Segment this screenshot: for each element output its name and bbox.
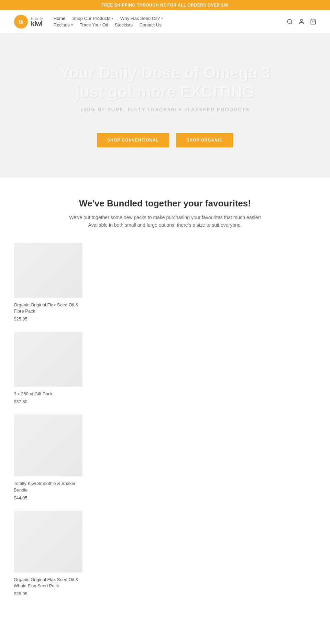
product-card[interactable]: 3 x 250ml Gift Pack $37.50: [14, 332, 82, 404]
product-image: [14, 415, 82, 476]
svg-point-2: [287, 19, 292, 23]
cart-button[interactable]: [310, 19, 316, 25]
hero-buttons: SHOP CONVENTIONAL SHOP ORGANIC: [97, 133, 233, 147]
cart-icon: [310, 19, 316, 25]
nav-recipes[interactable]: Recipes ▾: [54, 22, 73, 27]
product-price: $25.95: [14, 316, 82, 321]
product-image: [14, 332, 82, 387]
chevron-down-icon: ▾: [112, 16, 113, 20]
product-name: 3 x 250ml Gift Pack: [14, 391, 82, 397]
header-actions: [287, 19, 316, 25]
search-button[interactable]: [287, 19, 293, 25]
svg-line-3: [291, 23, 292, 24]
logo-link[interactable]: tk totally kiwi: [14, 14, 43, 29]
person-icon: [298, 19, 305, 25]
logo-icon: tk: [14, 14, 28, 29]
hero-title: Your Daily Dose of Omega 3 just got more…: [45, 64, 285, 101]
hero-subtitle: 100% NZ PURE, FULLY TRACEABLE FLAXSEED P…: [80, 107, 250, 112]
product-card[interactable]: Totally Kiwi Smoothie & Shaker Bundle $4…: [14, 415, 82, 500]
product-price: $44.95: [14, 495, 82, 500]
product-name: Totally Kiwi Smoothie & Shaker Bundle: [14, 481, 82, 493]
svg-text:tk: tk: [19, 19, 23, 25]
product-price: $37.50: [14, 399, 82, 404]
section-subtitle: We've put together some new packs to mak…: [62, 214, 268, 229]
section-title: We've Bundled together your favourites!: [14, 198, 316, 209]
nav-home[interactable]: Home: [54, 16, 66, 21]
nav-row-1: Home Shop Our Products ▾ Why Flax Seed O…: [54, 16, 163, 21]
shop-conventional-button[interactable]: SHOP CONVENTIONAL: [97, 133, 169, 147]
nav-contact[interactable]: Contact Us: [140, 22, 162, 27]
chevron-down-icon: ▾: [161, 16, 163, 20]
product-price: $25.95: [14, 591, 82, 596]
product-card[interactable]: Organic Original Flax Seed Oil & Fibre P…: [14, 243, 82, 321]
nav-stockists[interactable]: Stockists: [115, 22, 133, 27]
nav-row-2: Recipes ▾ Trace Your Oil Stockists Conta…: [54, 22, 163, 27]
products-section: We've Bundled together your favourites! …: [0, 178, 330, 610]
chevron-down-icon: ▾: [71, 23, 73, 27]
search-icon: [287, 19, 293, 25]
product-name: Organic Original Flax Seed Oil & Fibre P…: [14, 302, 82, 314]
nav-shop-products[interactable]: Shop Our Products ▾: [72, 16, 113, 21]
main-nav: Home Shop Our Products ▾ Why Flax Seed O…: [54, 16, 163, 27]
site-header: tk totally kiwi Home Shop Our Products ▾…: [0, 10, 330, 33]
hero-section: Your Daily Dose of Omega 3 just got more…: [0, 33, 330, 178]
login-button[interactable]: [298, 19, 305, 25]
nav-why-flax[interactable]: Why Flax Seed Oil? ▾: [120, 16, 163, 21]
nav-trace-oil[interactable]: Trace Your Oil: [80, 22, 108, 27]
announcement-text: FREE SHIPPING THROUGH NZ FOR ALL ORDERS …: [101, 3, 229, 8]
announcement-bar: FREE SHIPPING THROUGH NZ FOR ALL ORDERS …: [0, 0, 330, 10]
product-card[interactable]: Organic Original Flax Seed Oil & Whole F…: [14, 511, 82, 596]
product-image: [14, 243, 82, 298]
shop-organic-button[interactable]: SHOP ORGANIC: [176, 133, 233, 147]
svg-point-4: [300, 19, 302, 21]
product-name: Organic Original Flax Seed Oil & Whole F…: [14, 577, 82, 589]
product-image: [14, 511, 82, 573]
